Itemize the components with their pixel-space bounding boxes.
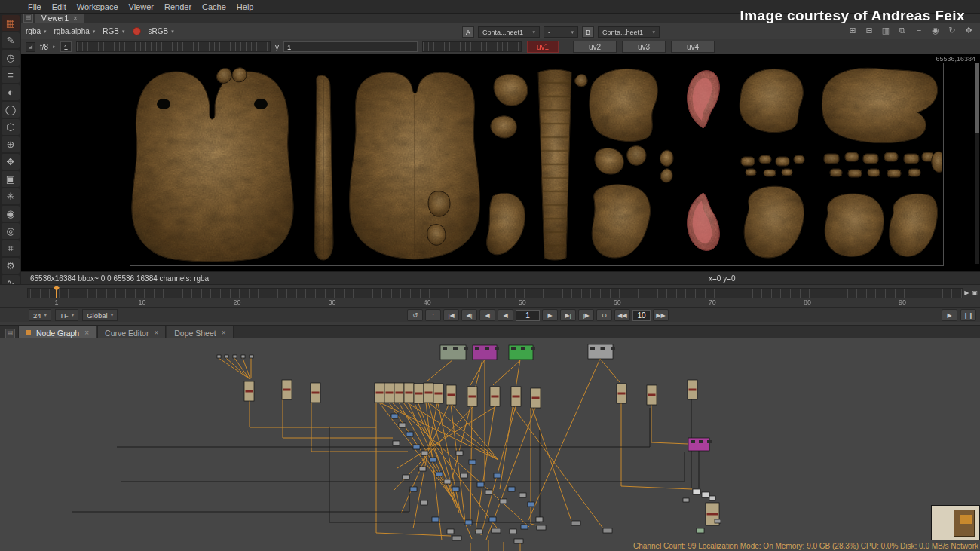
graph-node[interactable] — [465, 520, 472, 525]
frame-range-dropdown[interactable]: Global ▾ — [82, 309, 118, 321]
timeline-ruler[interactable] — [27, 288, 963, 298]
frame-increment-field[interactable]: 10 — [632, 310, 651, 321]
graph-node[interactable] — [456, 451, 463, 455]
graph-node[interactable] — [413, 445, 420, 449]
uv2-tab[interactable]: uv2 — [573, 41, 617, 53]
menu-render[interactable]: Render — [159, 2, 197, 12]
graph-node[interactable] — [489, 517, 496, 522]
graph-node[interactable] — [688, 438, 709, 451]
graph-node[interactable] — [225, 355, 228, 358]
tab-node-graph[interactable]: Node Graph × — [18, 326, 96, 339]
pane-menu-icon[interactable]: ▤ — [5, 329, 15, 338]
jump-back-button[interactable]: ◀◀ — [614, 309, 630, 321]
node-graph-panel[interactable]: Channel Count: 99 Localization Mode: On … — [0, 338, 980, 551]
graph-node[interactable] — [440, 345, 466, 360]
pane-menu-icon[interactable]: ▤ — [23, 13, 33, 23]
graph-node[interactable] — [452, 536, 461, 540]
uv3-tab[interactable]: uv3 — [622, 41, 666, 53]
layout-grid-icon[interactable]: ⊞ — [847, 26, 858, 35]
menu-workspace[interactable]: Workspace — [72, 2, 124, 12]
alpha-channel-dropdown[interactable]: rgba.alpha ▾ — [54, 27, 96, 35]
toolbar-filter-icon[interactable]: ◯ — [2, 102, 20, 118]
render-play-icon[interactable]: ▶ — [942, 309, 957, 321]
scrollbar-thumb[interactable] — [975, 63, 979, 133]
timeline[interactable]: 1102030405060708090 ▶ ▣ — [0, 284, 980, 308]
gamma-field[interactable]: 1 — [283, 41, 418, 52]
toolbar-merge-icon[interactable]: ⊕ — [2, 136, 20, 152]
tab-curve-editor[interactable]: Curve Editor × — [97, 326, 166, 339]
sample-swatch-icon[interactable]: ◢ — [26, 42, 35, 52]
channel-layer-dropdown[interactable]: rgba ▾ — [26, 27, 47, 35]
jump-forward-button[interactable]: ▶▶ — [653, 309, 669, 321]
graph-node[interactable] — [241, 355, 245, 358]
frame-lock-icon[interactable]: ▣ — [972, 289, 978, 296]
blend-mode-dropdown[interactable]: - ▾ — [544, 26, 578, 38]
next-keyframe-button[interactable]: ▶| — [560, 309, 576, 321]
input-process-icon[interactable] — [133, 27, 141, 35]
toolbar-keyer-icon[interactable]: ⬡ — [2, 119, 20, 135]
graph-node[interactable] — [709, 496, 715, 500]
uv4-tab[interactable]: uv4 — [671, 41, 715, 53]
close-icon[interactable]: × — [73, 14, 78, 23]
graph-node[interactable] — [436, 472, 443, 476]
tab-dope-sheet[interactable]: Dope Sheet × — [167, 326, 233, 339]
graph-node[interactable] — [399, 423, 406, 427]
toolbar-views-icon[interactable]: ◎ — [2, 223, 20, 239]
graph-node[interactable] — [469, 460, 476, 464]
graph-node[interactable] — [447, 529, 454, 534]
gain-slider[interactable] — [76, 41, 271, 52]
toolbar-particles-icon[interactable]: ✳ — [2, 188, 20, 204]
play-backward-button[interactable]: ◀ — [479, 309, 495, 321]
play-once-button[interactable]: O — [596, 309, 612, 321]
toolbar-transform-icon[interactable]: ✥ — [2, 154, 20, 170]
graph-node[interactable] — [432, 517, 439, 522]
graph-node[interactable] — [477, 482, 484, 487]
graph-node[interactable] — [473, 345, 497, 360]
graph-node[interactable] — [693, 489, 700, 494]
graph-node[interactable] — [510, 529, 516, 534]
graph-node[interactable] — [217, 355, 221, 358]
graph-node[interactable] — [421, 451, 428, 455]
input-b-badge[interactable]: B — [582, 26, 594, 38]
range-mode-dropdown[interactable]: TF ▾ — [55, 309, 78, 321]
graph-node[interactable] — [508, 487, 515, 491]
graph-node[interactable] — [603, 528, 612, 533]
pause-icon[interactable]: ❙❙ — [960, 309, 976, 321]
expander-icon[interactable]: ▸ — [53, 44, 56, 50]
viewer-vertical-scrollbar[interactable] — [975, 63, 979, 264]
proxy-toggle-icon[interactable]: ▥ — [880, 26, 891, 35]
toolbar-image-icon[interactable]: ▦ — [2, 15, 20, 31]
fps-dropdown[interactable]: 24 ▾ — [29, 309, 51, 321]
toolbar-3d-icon[interactable]: ▣ — [2, 171, 20, 187]
graph-node[interactable] — [509, 345, 533, 360]
split-view-icon[interactable]: ⊟ — [864, 26, 874, 35]
toolbar-color-icon[interactable]: ◐ — [2, 84, 20, 100]
toolbar-channel-icon[interactable]: ≡ — [2, 67, 20, 83]
graph-node[interactable] — [485, 490, 492, 494]
graph-node[interactable] — [410, 487, 417, 491]
graph-node[interactable] — [521, 525, 528, 529]
uv1-tab[interactable]: uv1 — [527, 41, 559, 53]
current-frame-field[interactable]: 1 — [516, 310, 540, 321]
gamma-slider[interactable] — [422, 41, 522, 52]
graph-node[interactable] — [391, 414, 398, 418]
menu-file[interactable]: File — [23, 2, 47, 12]
graph-node[interactable] — [702, 492, 709, 497]
refresh-viewer-icon[interactable]: ↻ — [947, 26, 957, 35]
graph-node[interactable] — [233, 355, 237, 358]
menu-edit[interactable]: Edit — [47, 2, 72, 12]
toolbar-metadata-icon[interactable]: ⌗ — [2, 240, 20, 256]
close-icon[interactable]: × — [84, 329, 89, 337]
toolbar-toolsets-icon[interactable]: ⚙ — [2, 258, 20, 274]
graph-node[interactable] — [494, 473, 501, 478]
float-window-icon[interactable]: ⧉ — [897, 26, 908, 35]
gain-value[interactable]: 1 — [60, 41, 72, 52]
graph-node[interactable] — [419, 467, 426, 471]
graph-node[interactable] — [697, 528, 704, 533]
graph-node[interactable] — [406, 432, 413, 436]
graph-node[interactable] — [536, 517, 543, 522]
graph-node[interactable] — [528, 502, 534, 507]
properties-mini-panel[interactable] — [931, 505, 980, 540]
roi-icon[interactable]: ◉ — [930, 26, 941, 35]
goto-start-button[interactable]: |◀ — [443, 309, 459, 321]
